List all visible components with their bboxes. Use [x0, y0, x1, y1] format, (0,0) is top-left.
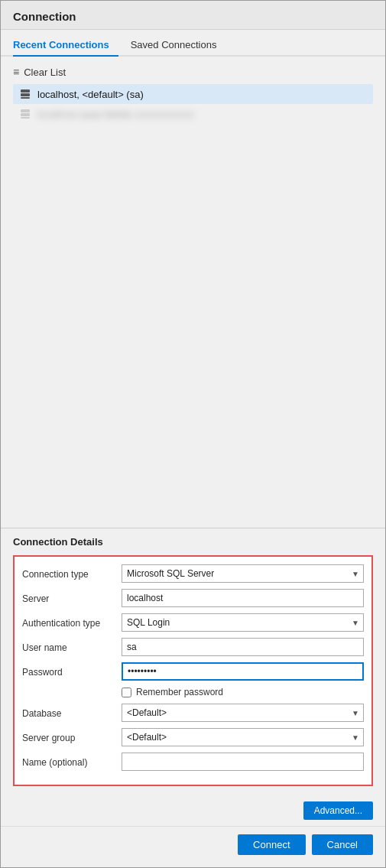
- section-title: Connection Details: [13, 536, 373, 548]
- database-select[interactable]: <Default>: [122, 704, 364, 722]
- form-row-auth-type: Authentication type SQL Login ▼: [22, 613, 364, 632]
- connection-type-label: Connection type: [22, 567, 122, 580]
- connection-details-section: Connection Details Connection type Micro…: [1, 528, 385, 795]
- clear-list-label: Clear List: [24, 67, 66, 78]
- svg-rect-5: [21, 117, 30, 119]
- svg-rect-1: [21, 93, 30, 96]
- database-wrapper: <Default> ▼: [122, 704, 364, 722]
- auth-type-select[interactable]: SQL Login: [122, 613, 364, 632]
- remember-password-checkbox[interactable]: [122, 688, 131, 697]
- server-group-label: Server group: [22, 731, 122, 743]
- form-row-server-group: Server group <Default> ▼: [22, 728, 364, 746]
- db-icon-2: [19, 108, 31, 120]
- server-group-select[interactable]: <Default>: [122, 728, 364, 746]
- advanced-button[interactable]: Advanced...: [303, 801, 373, 820]
- advanced-bar: Advanced...: [1, 795, 385, 826]
- cancel-button[interactable]: Cancel: [312, 834, 373, 855]
- svg-rect-2: [21, 97, 30, 99]
- footer-bar: Connect Cancel: [1, 826, 385, 867]
- auth-type-label: Authentication type: [22, 616, 122, 629]
- connection-type-wrapper: Microsoft SQL Server ▼: [122, 564, 364, 583]
- connection-item-text-1: localhost, <default> (sa): [37, 89, 144, 100]
- server-label: Server: [22, 592, 122, 604]
- connection-item-text-2: localhost aaaa bbbbb cccccccccccc: [37, 109, 194, 120]
- form-row-username: User name: [22, 638, 364, 656]
- clear-list-button[interactable]: ≡ Clear List: [13, 63, 373, 81]
- remember-password-row: Remember password: [122, 687, 364, 697]
- connection-item-2[interactable]: localhost aaaa bbbbb cccccccccccc: [13, 104, 373, 124]
- remember-password-label: Remember password: [136, 687, 223, 697]
- password-label: Password: [22, 665, 122, 678]
- form-row-connection-type: Connection type Microsoft SQL Server ▼: [22, 564, 364, 583]
- recent-panel: ≡ Clear List localhost, <default> (sa) l…: [1, 57, 385, 329]
- db-icon-1: [19, 88, 31, 100]
- connection-item-1[interactable]: localhost, <default> (sa): [13, 84, 373, 104]
- tabs-bar: Recent Connections Saved Connections: [1, 33, 385, 57]
- svg-rect-4: [21, 113, 30, 116]
- username-input[interactable]: [122, 638, 364, 656]
- server-group-wrapper: <Default> ▼: [122, 728, 364, 746]
- svg-rect-0: [21, 89, 30, 93]
- auth-type-wrapper: SQL Login ▼: [122, 613, 364, 632]
- password-input[interactable]: [122, 662, 364, 681]
- connect-button[interactable]: Connect: [238, 834, 305, 855]
- form-row-name-optional: Name (optional): [22, 753, 364, 771]
- name-optional-input[interactable]: [122, 753, 364, 771]
- tab-recent-connections[interactable]: Recent Connections: [13, 33, 118, 57]
- svg-rect-3: [21, 109, 30, 112]
- connection-type-select[interactable]: Microsoft SQL Server: [122, 564, 364, 583]
- window-title: Connection: [1, 1, 385, 30]
- details-inner: Connection type Microsoft SQL Server ▼ S…: [13, 555, 373, 786]
- database-label: Database: [22, 707, 122, 719]
- form-row-database: Database <Default> ▼: [22, 704, 364, 722]
- clear-list-icon: ≡: [13, 66, 19, 78]
- connection-window: Connection Recent Connections Saved Conn…: [0, 0, 386, 868]
- username-label: User name: [22, 641, 122, 653]
- form-row-server: Server: [22, 589, 364, 607]
- tab-saved-connections[interactable]: Saved Connections: [131, 33, 226, 57]
- form-row-password: Password: [22, 662, 364, 681]
- server-input[interactable]: [122, 589, 364, 607]
- name-optional-label: Name (optional): [22, 756, 122, 768]
